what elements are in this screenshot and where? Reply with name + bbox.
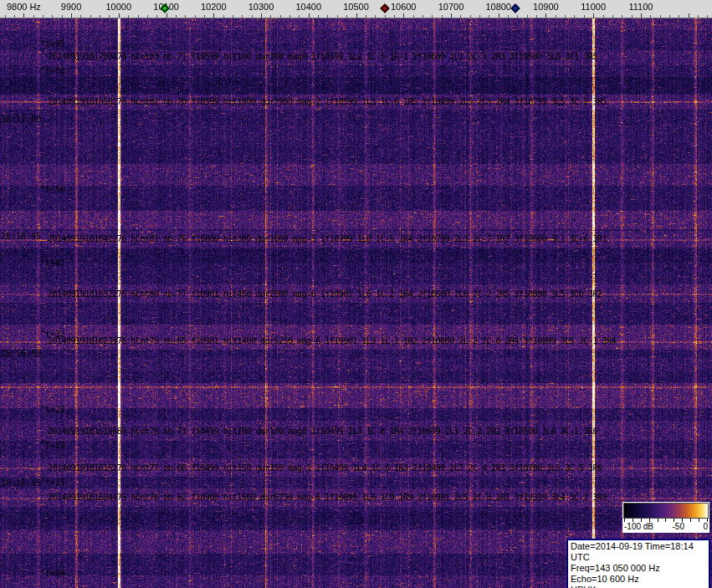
- time-axis-label: 18:16:15: [1, 478, 41, 488]
- freq-tick: [413, 15, 414, 18]
- info-box: Date=2014-09-19 Time=18:14 UTC Freq=143 …: [566, 539, 710, 588]
- detection-log-line: 20140919181623976 hCnt79 nb-65 f10901 hi…: [48, 336, 616, 345]
- annotation-overlay: 18:17:0018:16:4518:16:3018:16:15^t+05^t+…: [0, 0, 712, 588]
- time-axis-label: 18:16:45: [1, 232, 41, 241]
- freq-tick: [309, 13, 310, 18]
- freq-tick: [584, 15, 585, 18]
- freq-tick: [176, 15, 177, 18]
- freq-tick: [470, 15, 471, 18]
- freq-tick: [252, 15, 253, 18]
- detection-log-line: 20140919181650276 hCnt82 nb-70 f10599 hi…: [48, 97, 607, 106]
- db-label-max: 0: [703, 522, 708, 531]
- freq-tick: [632, 15, 633, 18]
- freq-tick: [270, 15, 271, 18]
- freq-tick: [460, 15, 461, 18]
- freq-tick: [23, 13, 24, 18]
- freq-tick: [71, 13, 72, 18]
- freq-tick: [166, 13, 167, 18]
- freq-tick: [527, 15, 528, 18]
- detection-log-line: 20140919181619680 hCnt78 nb-73 f10499 hi…: [48, 427, 597, 436]
- freq-tick: [119, 13, 120, 18]
- freq-tick: [138, 15, 139, 18]
- detection-log-line: 20140919181604476 hCnt76 nb-62 f10900 hi…: [48, 493, 607, 502]
- freq-tick-label: 10600: [391, 2, 417, 12]
- db-scale-tick: [690, 519, 691, 522]
- freq-tick: [195, 15, 196, 18]
- freq-tick: [669, 15, 670, 18]
- freq-tick: [147, 15, 148, 18]
- freq-tick-label: 11100: [628, 2, 653, 12]
- spectrogram-app: 18:17:0018:16:4518:16:3018:16:15^t+05^t+…: [0, 0, 712, 588]
- marker-blue-diamond[interactable]: [510, 3, 520, 13]
- freq-tick: [641, 13, 642, 18]
- freq-tick: [423, 15, 423, 18]
- db-scale-tick: [665, 519, 666, 522]
- freq-tick: [603, 15, 604, 18]
- freq-tick: [660, 15, 661, 18]
- freq-tick: [43, 15, 44, 18]
- info-echo: Echo=10 600 Hz: [571, 574, 706, 585]
- freq-tick: [90, 15, 91, 18]
- freq-tick: [213, 13, 214, 18]
- freq-tick-label: 9800 Hz: [7, 2, 41, 12]
- freq-tick: [574, 15, 575, 18]
- freq-tick: [489, 15, 489, 18]
- detection-log-line: 20140919181641276 hCnt81 nb-76 f10800 hi…: [48, 234, 607, 243]
- freq-tick: [327, 15, 328, 18]
- freq-tick: [346, 15, 347, 18]
- marker-red-diamond[interactable]: [380, 3, 389, 13]
- second-marker: ^t+15: [40, 478, 65, 487]
- second-marker: ^t+50: [40, 185, 65, 194]
- freq-tick: [650, 15, 651, 18]
- freq-tick-label: 10000: [106, 2, 132, 12]
- frequency-axis: 9800 Hz990010000101001020010300104001050…: [0, 0, 712, 18]
- freq-tick: [517, 15, 518, 18]
- db-scale-tick: [699, 519, 699, 522]
- freq-tick: [318, 15, 319, 18]
- second-marker: ^t+23: [40, 405, 65, 414]
- freq-tick: [385, 15, 386, 18]
- freq-tick: [5, 15, 6, 18]
- freq-tick-label: 10400: [296, 2, 322, 12]
- freq-tick: [366, 15, 366, 18]
- freq-tick: [403, 13, 404, 18]
- freq-tick: [689, 13, 689, 18]
- freq-tick-label: 11000: [581, 2, 606, 12]
- freq-tick: [33, 15, 34, 18]
- freq-tick: [679, 15, 679, 18]
- freq-tick: [80, 15, 81, 18]
- freq-tick: [451, 13, 452, 18]
- second-marker: ^t+03: [40, 66, 65, 75]
- freq-tick: [14, 15, 15, 18]
- freq-tick: [299, 15, 300, 18]
- time-axis-label: 18:16:30: [1, 349, 41, 358]
- freq-tick: [556, 15, 556, 18]
- freq-tick: [499, 13, 499, 18]
- time-axis-label: 18:17:00: [1, 115, 41, 124]
- freq-tick: [394, 15, 395, 18]
- db-gradient-bar: [623, 503, 709, 519]
- freq-tick: [109, 15, 110, 18]
- detection-log-line: 20140919181632276 hCnt80 nb-77 f10901 hi…: [48, 289, 602, 299]
- second-marker: ^t+19: [40, 441, 65, 450]
- freq-tick: [261, 13, 262, 18]
- freq-tick: [356, 13, 357, 18]
- freq-tick: [707, 15, 708, 18]
- db-label-min: -100 dB: [624, 522, 653, 531]
- db-scale-legend: -100 dB -50 0: [622, 502, 709, 533]
- detection-log-line: 20140919181615276 hCnt77 nb-66 f10499 hi…: [48, 463, 602, 473]
- freq-tick: [289, 15, 290, 18]
- freq-tick: [622, 15, 622, 18]
- freq-tick: [100, 15, 100, 18]
- freq-tick-label: 10200: [201, 2, 227, 12]
- freq-tick: [233, 15, 233, 18]
- second-marker: ^t+04: [40, 569, 65, 578]
- freq-tick: [62, 15, 63, 18]
- freq-tick-label: 10900: [533, 2, 559, 12]
- freq-tick: [536, 15, 537, 18]
- second-marker: ^t+41: [40, 258, 65, 268]
- second-marker: ^t+05: [40, 39, 65, 49]
- freq-tick: [593, 13, 594, 18]
- freq-tick-label: 10300: [248, 2, 274, 12]
- freq-tick: [337, 15, 338, 18]
